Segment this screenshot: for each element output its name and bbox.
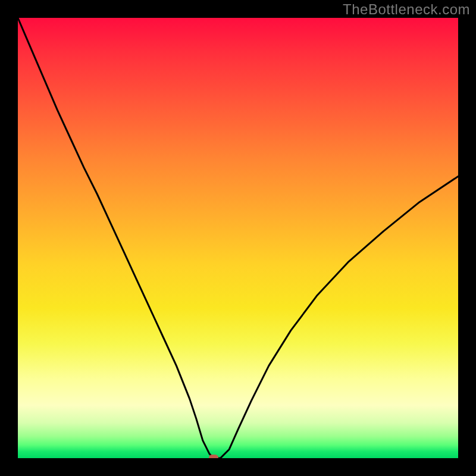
plot-area — [18, 18, 458, 458]
watermark-text: TheBottleneck.com — [343, 1, 470, 18]
optimal-marker — [209, 455, 218, 458]
curve-svg — [18, 18, 458, 458]
chart-container: TheBottleneck.com — [0, 0, 476, 476]
bottleneck-curve — [18, 18, 458, 458]
